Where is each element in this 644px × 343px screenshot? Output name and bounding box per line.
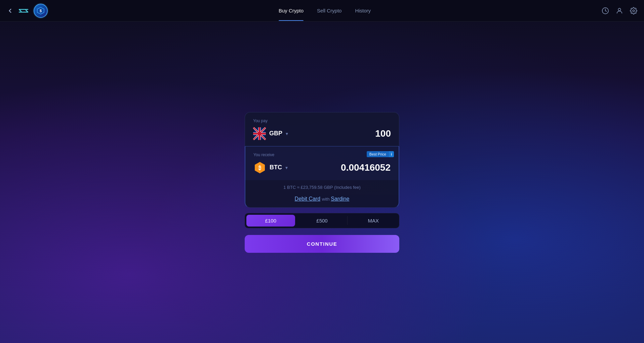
nav-tabs: Buy Crypto Sell Crypto History xyxy=(48,0,602,21)
app-logo: $ xyxy=(34,4,48,18)
payment-method: Debit Card with Sardine xyxy=(245,195,399,208)
receive-section: You receive ₿ BTC ▾ 0.00416052 xyxy=(245,146,399,180)
tab-buy-crypto[interactable]: Buy Crypto xyxy=(279,0,304,21)
quick-amount-btn-0[interactable]: £100 xyxy=(246,215,295,227)
debit-card-link[interactable]: Debit Card xyxy=(295,196,320,202)
btc-chevron-icon: ▾ xyxy=(285,165,288,170)
receive-currency-row: ₿ BTC ▾ 0.00416052 xyxy=(253,161,391,174)
gbp-flag-icon xyxy=(253,127,266,140)
receive-amount: 0.00416052 xyxy=(341,162,391,173)
quick-amount-btn-1[interactable]: £500 xyxy=(296,213,348,228)
tab-sell-crypto[interactable]: Sell Crypto xyxy=(317,0,341,21)
continue-button[interactable]: CONTINUE xyxy=(245,235,399,253)
continue-btn-wrapper: CONTINUE xyxy=(245,228,399,253)
payment-with-text: with xyxy=(322,197,331,202)
card-body: You pay xyxy=(245,112,399,228)
svg-marker-0 xyxy=(37,7,44,14)
currency-selector-btc[interactable]: ₿ BTC ▾ xyxy=(253,161,288,174)
best-price-label: Best Price xyxy=(367,151,389,157)
quick-amount-btn-2[interactable]: MAX xyxy=(348,213,399,228)
btc-currency-name: BTC xyxy=(270,164,282,171)
btc-icon: ₿ xyxy=(253,161,266,174)
back-icon[interactable] xyxy=(7,7,13,14)
settings-icon[interactable] xyxy=(630,7,637,14)
currency-selector-gbp[interactable]: GBP ▾ xyxy=(253,127,288,140)
account-icon[interactable] xyxy=(616,7,623,14)
svg-text:₿: ₿ xyxy=(258,165,261,171)
rate-text: 1 BTC ≈ £23,759.58 GBP (Includes fee) xyxy=(283,185,360,190)
history-icon[interactable] xyxy=(602,7,609,14)
gbp-currency-name: GBP xyxy=(269,130,282,137)
main-content: You pay xyxy=(0,22,644,343)
form-wrapper: You pay xyxy=(245,112,399,253)
best-price-info-icon[interactable]: i xyxy=(389,151,394,157)
quick-amount-buttons: £100£500MAX xyxy=(245,213,399,228)
sardine-link[interactable]: Sardine xyxy=(331,196,349,202)
tab-history[interactable]: History xyxy=(355,0,371,21)
nav-left: $ xyxy=(7,4,48,18)
best-price-badge: Best Price i xyxy=(367,151,394,157)
navbar: $ Buy Crypto Sell Crypto History xyxy=(0,0,644,22)
exchange-icon xyxy=(17,5,30,17)
gbp-chevron-icon: ▾ xyxy=(286,131,288,136)
pay-amount: 100 xyxy=(375,128,391,139)
pay-label: You pay xyxy=(253,118,391,123)
rate-info: 1 BTC ≈ £23,759.58 GBP (Includes fee) xyxy=(245,180,399,195)
nav-right-icons xyxy=(602,7,637,14)
svg-text:$: $ xyxy=(40,9,42,13)
svg-point-3 xyxy=(618,8,620,10)
pay-currency-row: GBP ▾ 100 xyxy=(253,127,391,140)
svg-point-4 xyxy=(633,10,635,12)
pay-section: You pay xyxy=(245,112,399,146)
